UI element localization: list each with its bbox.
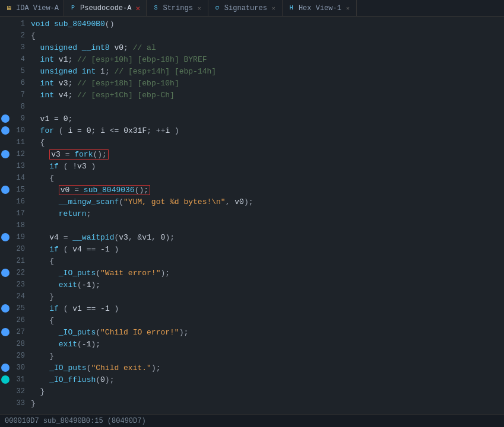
lc-9: v1 = 0;: [28, 114, 504, 123]
code-line-3: 3 unsigned __int8 v0; // al: [0, 42, 504, 53]
code-line-6: 6 int v3; // [esp+18h] [ebp-10h]: [0, 77, 504, 89]
ln-18: 18: [12, 221, 28, 230]
code-line-10: 10 for ( i = 0; i <= 0x31F; ++i ): [0, 125, 504, 136]
ln-24: 24: [12, 292, 28, 301]
dot-20: [1, 245, 9, 253]
ln-19: 19: [12, 233, 28, 241]
ida-icon: 🖥: [5, 4, 13, 12]
dot-17: [1, 209, 9, 218]
code-line-25: 25 if ( v1 == -1 ): [0, 302, 504, 314]
ln-8: 8: [12, 103, 28, 111]
dot-29: [1, 352, 9, 360]
ln-30: 30: [12, 364, 28, 372]
lc-3: unsigned __int8 v0; // al: [28, 43, 504, 52]
tab-pseudo-label: Pseudocode-A: [80, 4, 131, 12]
dot-28: [1, 340, 9, 348]
lc-4: int v1; // [esp+10h] [ebp-18h] BYREF: [28, 55, 504, 64]
status-address: 000010D7: [5, 417, 39, 425]
code-line-2: 2 {: [0, 30, 504, 42]
dot-2: [1, 31, 9, 40]
dot-22: [1, 269, 9, 277]
ln-26: 26: [12, 316, 28, 324]
ln-10: 10: [12, 126, 28, 135]
lc-5: unsigned int i; // [esp+14h] [ebp-14h]: [28, 67, 504, 76]
code-line-16: 16 __mingw_scanf("YUM, got %d bytes!\n",…: [0, 196, 504, 208]
code-area: 1 void sub_80490B0() 2 { 3 unsigned __in…: [0, 17, 504, 414]
ln-21: 21: [12, 257, 28, 265]
lc-6: int v3; // [esp+18h] [ebp-10h]: [28, 79, 504, 88]
code-line-5: 5 unsigned int i; // [esp+14h] [ebp-14h]: [0, 65, 504, 77]
ln-20: 20: [12, 245, 28, 253]
lc-33: }: [28, 399, 504, 408]
dot-5: [1, 67, 9, 75]
tab-sig-label: Signatures: [224, 4, 267, 12]
dot-26: [1, 316, 9, 324]
code-line-28: 28 exit(-1);: [0, 338, 504, 350]
dot-16: [1, 197, 9, 206]
code-line-27: 27 _IO_puts("Child IO error!");: [0, 326, 504, 338]
dot-24: [1, 292, 9, 301]
ln-15: 15: [12, 186, 28, 194]
ln-28: 28: [12, 340, 28, 348]
dot-31: [1, 375, 9, 384]
dot-32: [1, 387, 9, 396]
pseudo-icon: P: [69, 4, 77, 12]
code-line-13: 13 if ( !v3 ): [0, 160, 504, 172]
status-location: sub_80490B0:15 (80490D7): [43, 417, 146, 425]
dot-7: [1, 91, 9, 99]
tab-signatures[interactable]: σ Signatures ✕: [208, 0, 283, 16]
lc-15: v0 = sub_8049036();: [28, 186, 504, 195]
ln-1: 1: [12, 20, 28, 28]
lc-20: if ( v4 == -1 ): [28, 245, 504, 254]
tab-hex-view[interactable]: H Hex View-1 ✕: [283, 0, 357, 16]
lc-22: _IO_puts("Wait error!");: [28, 269, 504, 278]
tab-hex-label: Hex View-1: [299, 4, 341, 12]
lc-12: v3 = fork();: [28, 150, 504, 159]
code-line-9: 9 v1 = 0;: [0, 113, 504, 125]
lc-10: for ( i = 0; i <= 0x31F; ++i ): [28, 126, 504, 135]
tab-strings-close[interactable]: ✕: [196, 5, 203, 12]
dot-6: [1, 79, 9, 87]
status-separator: [39, 417, 43, 425]
dot-12: [1, 150, 9, 158]
lc-14: {: [28, 174, 504, 183]
code-line-15: 15 v0 = sub_8049036();: [0, 184, 504, 196]
ln-7: 7: [12, 91, 28, 99]
lc-25: if ( v1 == -1 ): [28, 304, 504, 313]
code-line-32: 32 }: [0, 385, 504, 397]
tab-hex-close[interactable]: ✕: [344, 5, 351, 12]
lc-26: {: [28, 316, 504, 325]
tab-bar: 🖥 IDA View-A P Pseudocode-A ✕ S Strings …: [0, 0, 504, 17]
code-line-8: 8: [0, 101, 504, 113]
tab-pseudo-close[interactable]: ✕: [134, 5, 141, 12]
code-line-20: 20 if ( v4 == -1 ): [0, 243, 504, 255]
lc-16: __mingw_scanf("YUM, got %d bytes!\n", v0…: [28, 197, 504, 206]
code-line-26: 26 {: [0, 314, 504, 326]
ln-22: 22: [12, 269, 28, 277]
dot-13: [1, 162, 9, 170]
ln-9: 9: [12, 114, 28, 123]
code-line-31: 31 _IO_fflush(0);: [0, 374, 504, 385]
ln-25: 25: [12, 304, 28, 313]
ln-33: 33: [12, 399, 28, 407]
code-line-14: 14 {: [0, 172, 504, 184]
lc-1: void sub_80490B0(): [28, 20, 504, 28]
dot-14: [1, 174, 9, 182]
ln-11: 11: [12, 138, 28, 146]
ln-6: 6: [12, 79, 28, 87]
ln-23: 23: [12, 281, 28, 289]
code-line-33: 33 }: [0, 397, 504, 409]
dot-23: [1, 281, 9, 289]
code-line-21: 21 {: [0, 255, 504, 267]
tab-ida-view[interactable]: 🖥 IDA View-A: [0, 0, 64, 16]
tab-sig-close[interactable]: ✕: [270, 5, 277, 12]
dot-18: [1, 221, 9, 230]
ln-32: 32: [12, 387, 28, 396]
lc-24: }: [28, 292, 504, 301]
tab-pseudocode[interactable]: P Pseudocode-A ✕: [64, 0, 147, 16]
lc-17: return;: [28, 209, 504, 218]
code-line-18: 18: [0, 219, 504, 231]
tab-strings[interactable]: S Strings ✕: [147, 0, 208, 16]
status-bar: 000010D7 sub_80490B0:15 (80490D7): [0, 414, 504, 427]
dot-25: [1, 304, 9, 313]
